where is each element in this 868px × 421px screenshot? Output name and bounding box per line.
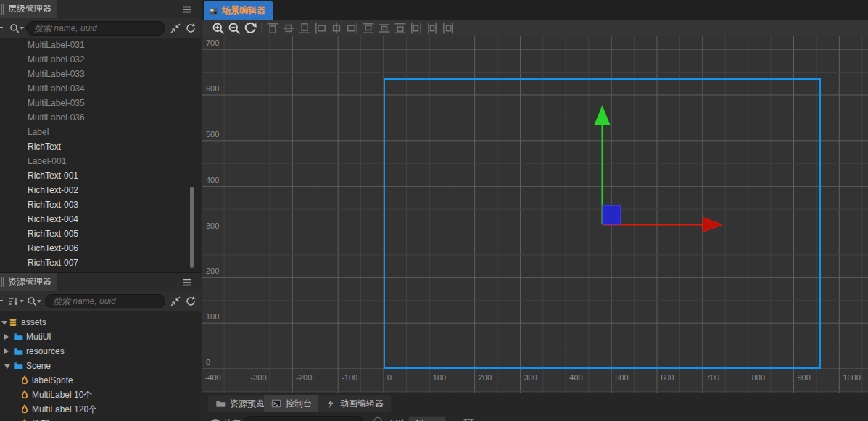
distribute-bottom-icon[interactable] (392, 21, 408, 36)
refresh-icon[interactable] (185, 295, 197, 307)
scrollbar-thumb[interactable] (190, 187, 194, 268)
console-filter-input[interactable] (244, 416, 364, 421)
chevron-right-icon[interactable] (4, 348, 9, 354)
zoom-out-icon[interactable] (226, 21, 242, 36)
asset-item-label: labelSprite (32, 373, 73, 388)
log-level-select[interactable]: All (408, 416, 446, 421)
align-right-icon[interactable] (344, 21, 360, 36)
folder-preview-icon (215, 398, 226, 409)
collapse-icon[interactable] (170, 295, 181, 307)
distribute-top-icon[interactable] (360, 21, 376, 36)
hierarchy-panel-title: 层级管理器 (8, 3, 51, 15)
ruler-x-label: 300 (524, 373, 537, 382)
hierarchy-item[interactable]: MultiLabel-036 (0, 110, 201, 125)
move-gizmo[interactable] (202, 36, 868, 421)
hierarchy-item[interactable]: MultiLabel-033 (0, 67, 201, 81)
search-icon[interactable] (9, 23, 20, 34)
reset-view-icon[interactable] (242, 21, 258, 36)
asset-item[interactable]: assets (0, 315, 201, 330)
chevron-down-icon[interactable] (1, 321, 7, 325)
sort-icon[interactable] (7, 295, 19, 307)
gizmo-y-arrowhead-icon[interactable] (595, 105, 611, 125)
search-filter-caret-icon[interactable] (37, 300, 41, 303)
clear-button[interactable]: 清空 (223, 417, 241, 421)
panel-drag-handle-icon[interactable] (1, 4, 4, 15)
distribute-horizontal-center-icon[interactable] (424, 21, 440, 36)
hierarchy-item[interactable]: RichText-001 (0, 168, 201, 183)
tab-scene-editor[interactable]: 场景编辑器 (204, 1, 273, 20)
align-bottom-icon[interactable] (297, 21, 313, 36)
hierarchy-item[interactable]: MultiLabel-032 (0, 52, 201, 67)
asset-item[interactable]: Scene (0, 359, 201, 373)
align-vertical-center-icon[interactable] (281, 21, 297, 36)
asset-item-label: assets (21, 315, 46, 330)
gizmo-x-arrowhead-icon[interactable] (703, 218, 722, 232)
collapse-icon[interactable] (170, 23, 181, 34)
assets-panel-title: 资源管理器 (8, 276, 51, 288)
regex-label: 正则 (387, 417, 404, 421)
hierarchy-item[interactable]: RichText-006 (0, 241, 201, 256)
hierarchy-item[interactable]: RichText-004 (0, 212, 201, 226)
hierarchy-item[interactable]: MultiLabel-031 (0, 38, 201, 52)
asset-item[interactable]: MultiLabel 10个 (0, 388, 201, 402)
hierarchy-search-input[interactable] (26, 21, 165, 36)
bottom-tab-label: 资源预览 (230, 398, 265, 410)
assets-search-input[interactable] (45, 294, 165, 308)
hierarchy-item[interactable]: RichText-005 (0, 226, 201, 241)
asset-item[interactable]: labelSprite (0, 373, 201, 388)
distribute-right-icon[interactable] (440, 21, 456, 36)
search-filter-caret-icon[interactable] (20, 27, 24, 30)
create-node-button[interactable] (0, 25, 4, 30)
regex-checkbox[interactable] (373, 417, 382, 421)
sort-caret-icon[interactable] (20, 300, 24, 303)
hierarchy-item[interactable]: MultiLabel-035 (0, 96, 201, 110)
distribute-left-icon[interactable] (408, 21, 424, 36)
asset-item[interactable]: MultiLabel 120个 (0, 402, 201, 417)
cocos-creator-editor: 层级管理器 MultiLabel-031MultiLabel-032MultiL… (0, 0, 868, 421)
asset-item[interactable]: 适配 (0, 417, 201, 421)
panel-drag-handle-icon[interactable] (1, 277, 4, 287)
create-asset-button[interactable] (0, 298, 4, 303)
ruler-x-label: -400 (205, 373, 221, 382)
hierarchy-panel-tab[interactable]: 层级管理器 (0, 0, 57, 18)
search-icon[interactable] (26, 295, 38, 307)
chevron-right-icon[interactable] (4, 334, 9, 340)
ruler-x-label: -200 (296, 373, 312, 382)
hierarchy-item[interactable]: RichText-003 (0, 197, 201, 212)
zoom-in-icon[interactable] (210, 21, 226, 36)
bottom-tab-animation-editor[interactable]: 动画编辑器 (318, 395, 391, 412)
asset-item[interactable]: resources (0, 344, 201, 359)
trash-icon[interactable] (210, 417, 221, 421)
align-horizontal-center-icon[interactable] (328, 21, 344, 36)
funnel-icon[interactable] (463, 417, 474, 421)
assets-menu-icon[interactable] (181, 277, 193, 288)
hierarchy-item[interactable]: RichText (0, 139, 201, 154)
bottom-panel: 资源预览控制台动画编辑器 清空 正则 All (202, 393, 868, 421)
hierarchy-menu-icon[interactable] (181, 4, 193, 15)
hierarchy-item[interactable]: Label (0, 125, 201, 139)
gizmo-xy-handle[interactable] (603, 205, 621, 224)
ruler-x-label: 400 (569, 373, 582, 382)
hierarchy-item[interactable]: RichText-002 (0, 183, 201, 197)
hierarchy-item[interactable]: MultiLabel-034 (0, 81, 201, 96)
scene-canvas[interactable]: 0100200300400500600700-400-300-200-10001… (202, 36, 868, 421)
left-dock: 层级管理器 MultiLabel-031MultiLabel-032MultiL… (0, 0, 201, 421)
align-top-icon[interactable] (265, 21, 281, 36)
refresh-icon[interactable] (185, 23, 197, 34)
assets-panel-tab[interactable]: 资源管理器 (0, 273, 57, 291)
hierarchy-item[interactable]: Label-001 (0, 154, 201, 168)
animation-icon (326, 398, 336, 409)
scene-file-icon (20, 390, 30, 400)
ruler-y-label: 300 (206, 221, 219, 230)
asset-item-label: Scene (26, 359, 51, 373)
ruler-x-label: 800 (752, 373, 765, 382)
asset-item[interactable]: MutiUI (0, 330, 201, 344)
distribute-vertical-center-icon[interactable] (376, 21, 392, 36)
ruler-x-label: 500 (615, 373, 628, 382)
align-left-icon[interactable] (313, 21, 328, 36)
bottom-tab-console[interactable]: 控制台 (264, 395, 319, 412)
chevron-down-icon[interactable] (4, 364, 10, 369)
bottom-tab-asset-preview[interactable]: 资源预览 (208, 395, 272, 412)
terminal-icon (271, 398, 281, 409)
hierarchy-item[interactable]: RichText-007 (0, 256, 201, 270)
